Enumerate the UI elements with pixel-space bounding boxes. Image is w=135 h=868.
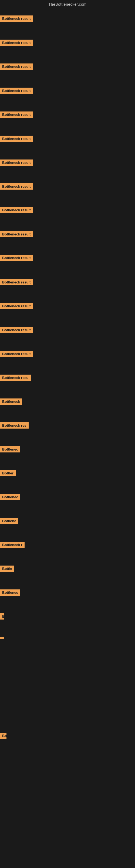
bottleneck-badge: Bo: [0, 733, 6, 739]
bottleneck-badge: Bottleneck result: [0, 279, 33, 285]
bottleneck-item: Bottleneck resu: [0, 375, 31, 381]
bottleneck-badge: B: [0, 613, 4, 620]
bottleneck-item: Bottleneck result: [0, 88, 33, 94]
bottleneck-badge: Bottleneck: [0, 399, 22, 405]
bottleneck-badge: Bottleneck resu: [0, 375, 31, 381]
bottleneck-badge: Bottleneck res: [0, 422, 29, 429]
bottleneck-badge: Bottleneck result: [0, 255, 33, 261]
bottleneck-item: Bottlene: [0, 518, 18, 524]
bottleneck-badge: Bottlenec: [0, 589, 20, 596]
bottleneck-badge: Bottlenec: [0, 494, 20, 500]
bottleneck-badge: Bottleneck result: [0, 327, 33, 333]
bottleneck-item: Bottleneck res: [0, 422, 29, 429]
bottleneck-item: Bottleneck result: [0, 255, 33, 261]
bottleneck-badge: Bottleneck result: [0, 159, 33, 166]
bottleneck-item: [0, 637, 4, 639]
bottleneck-item: Bottlenec: [0, 589, 20, 596]
bottleneck-item: Bottleneck r: [0, 542, 25, 548]
bottleneck-badge: Bottleneck result: [0, 88, 33, 94]
bottleneck-badge: Bottleneck result: [0, 207, 33, 213]
bottleneck-badge: [0, 637, 4, 639]
bottleneck-badge: Bottleneck result: [0, 351, 33, 357]
bottleneck-item: Bottleneck result: [0, 207, 33, 213]
bottleneck-badge: Bottleneck result: [0, 63, 33, 70]
bottleneck-item: Bottleneck: [0, 399, 22, 405]
bottleneck-badge: Bottleneck result: [0, 40, 33, 46]
bottleneck-badge: Bottleneck r: [0, 542, 25, 548]
bottleneck-item: Bottleneck result: [0, 16, 33, 22]
bottleneck-item: Bottlenec: [0, 494, 20, 500]
bottleneck-item: Bottleneck result: [0, 351, 33, 357]
bottleneck-item: Bottleneck result: [0, 303, 33, 309]
bottleneck-item: Bottler: [0, 470, 16, 476]
bottleneck-item: Bottlenec: [0, 446, 20, 453]
bottleneck-item: Bottleneck result: [0, 135, 33, 142]
bottleneck-item: Bottleneck result: [0, 159, 33, 166]
bottleneck-item: B: [0, 613, 4, 620]
bottleneck-badge: Bottlene: [0, 518, 18, 524]
bottleneck-item: Bottle: [0, 565, 14, 572]
site-header: TheBottlenecker.com: [0, 0, 135, 8]
bottleneck-item: Bo: [0, 733, 6, 739]
bottleneck-item: Bottleneck result: [0, 112, 33, 118]
bottleneck-badge: Bottleneck result: [0, 303, 33, 309]
bottleneck-item: Bottleneck result: [0, 327, 33, 333]
bottleneck-badge: Bottlenec: [0, 446, 20, 453]
bottleneck-item: Bottleneck result: [0, 63, 33, 70]
bottleneck-badge: Bottleneck result: [0, 135, 33, 142]
bottleneck-badge: Bottleneck result: [0, 231, 33, 237]
bottleneck-badge: Bottleneck result: [0, 112, 33, 118]
bottleneck-item: Bottleneck result: [0, 40, 33, 46]
bottleneck-badge: Bottler: [0, 470, 16, 476]
bottleneck-badge: Bottleneck result: [0, 183, 33, 190]
bottleneck-item: Bottleneck result: [0, 279, 33, 285]
bottleneck-item: Bottleneck result: [0, 183, 33, 190]
bottleneck-item: Bottleneck result: [0, 231, 33, 237]
bottleneck-badge: Bottleneck result: [0, 16, 33, 22]
bottleneck-badge: Bottle: [0, 565, 14, 572]
